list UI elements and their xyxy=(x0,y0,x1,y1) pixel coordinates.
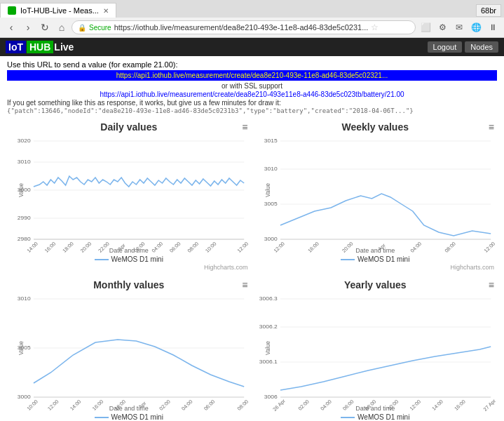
yearly-chart-title-row: Yearly values ≡ xyxy=(257,279,495,290)
weekly-chart-area: 3015 3010 3005 3000 Value 12:00 16:00 20… xyxy=(257,134,495,246)
header-buttons: Logout Nodes xyxy=(428,41,498,53)
weekly-legend: WeMOS D1 mini xyxy=(257,255,495,263)
svg-text:3006.3: 3006.3 xyxy=(259,295,277,302)
url-bar[interactable]: 🔒 Secure https://iothub.live/measurement… xyxy=(71,20,416,34)
app-header: IoT HUB Live Logout Nodes xyxy=(0,38,504,56)
charts-grid: Daily values ≡ 3020 3010 3000 2990 2980 … xyxy=(7,119,497,421)
tab-close-btn[interactable]: ✕ xyxy=(103,7,109,15)
tab-bar: IoT-HUB-Live - Meas... ✕ 68br xyxy=(0,0,504,18)
svg-text:3006: 3006 xyxy=(264,394,277,400)
svg-text:3015: 3015 xyxy=(264,138,277,144)
monthly-chart-title: Monthly values xyxy=(93,279,164,290)
weekly-chart-title: Weekly values xyxy=(342,121,409,133)
ssl-note: or with SSL support xyxy=(7,82,497,90)
nav-icons: ⬜ ⚙ ✉ 🌐 ⏸ xyxy=(418,20,500,34)
daily-chart-svg: 3020 3010 3000 2990 2980 Value xyxy=(10,134,248,246)
yearly-legend-line xyxy=(341,417,355,418)
svg-text:Value: Value xyxy=(18,341,25,355)
monthly-chart-area: 3010 3005 3000 Value 10:00 12:00 14:00 1… xyxy=(10,292,248,404)
monthly-chart-svg: 3010 3005 3000 Value 10:00 12:00 14:00 1… xyxy=(10,292,248,404)
yearly-chart-area: 3006.3 3006.2 3006.1 3006 Value 26 Apr 0… xyxy=(257,292,495,404)
daily-chart-title-row: Daily values ≡ xyxy=(10,121,248,133)
logout-button[interactable]: Logout xyxy=(428,41,463,53)
extension-icon-2[interactable]: ⚙ xyxy=(435,20,449,34)
url-text: https://iothub.live/measurement/dea8e210… xyxy=(114,23,369,32)
svg-text:3010: 3010 xyxy=(18,159,31,165)
secure-label: Secure xyxy=(89,24,111,32)
monthly-chart-container: Monthly values ≡ 3010 3005 3000 Value 10… xyxy=(7,276,251,421)
yearly-legend-text: WeMOS D1 mini xyxy=(357,413,409,421)
svg-text:Value: Value xyxy=(264,183,271,197)
extension-icon-4[interactable]: 🌐 xyxy=(469,20,483,34)
weekly-legend-line xyxy=(341,259,355,260)
svg-text:Value: Value xyxy=(264,341,271,355)
daily-chart-title: Daily values xyxy=(100,121,157,133)
ssl-url: https://api1.iothub.live/measurement/cre… xyxy=(7,91,497,98)
api-url-text: https://api1.iothub.live/measurement/cre… xyxy=(116,72,388,79)
response-example: {"patch":13646,"nodeId":"dea8e210-493e-1… xyxy=(7,107,497,114)
weekly-x-label: Date and time xyxy=(257,247,495,254)
daily-highcharts-credit: Highcharts.com xyxy=(10,264,248,271)
svg-text:Value: Value xyxy=(18,183,25,197)
daily-chart-area: 3020 3010 3000 2990 2980 Value xyxy=(10,134,248,246)
nav-bar: ‹ › ↻ ⌂ 🔒 Secure https://iothub.live/mea… xyxy=(0,18,504,37)
forward-button[interactable]: › xyxy=(21,20,35,34)
yearly-chart-title: Yearly values xyxy=(344,279,407,290)
monthly-chart-menu-icon[interactable]: ≡ xyxy=(242,279,247,290)
svg-text:2990: 2990 xyxy=(18,215,31,221)
reload-button[interactable]: ↻ xyxy=(38,20,52,34)
daily-legend: WeMOS D1 mini xyxy=(10,255,248,263)
back-button[interactable]: ‹ xyxy=(4,20,18,34)
daily-chart-menu-icon[interactable]: ≡ xyxy=(242,121,247,133)
svg-text:3020: 3020 xyxy=(18,138,31,144)
tab-title: IoT-HUB-Live - Meas... xyxy=(20,6,99,15)
weekly-chart-title-row: Weekly values ≡ xyxy=(257,121,495,133)
page-content: Use this URL to send a value (for exampl… xyxy=(0,56,504,421)
bookmark-icon[interactable]: ☆ xyxy=(371,22,379,32)
url-instruction: Use this URL to send a value (for exampl… xyxy=(7,60,497,69)
svg-text:3000: 3000 xyxy=(18,394,31,400)
logo-hub: HUB xyxy=(27,41,53,53)
logo-live: Live xyxy=(54,41,74,53)
svg-text:3005: 3005 xyxy=(264,201,277,207)
weekly-highcharts-credit: Highcharts.com xyxy=(257,264,495,271)
daily-chart-container: Daily values ≡ 3020 3010 3000 2990 2980 … xyxy=(7,119,251,274)
weekly-chart-container: Weekly values ≡ 3015 3010 3005 3000 Valu… xyxy=(254,119,498,274)
svg-text:3006.2: 3006.2 xyxy=(259,323,277,330)
monthly-legend: WeMOS D1 mini xyxy=(10,413,248,421)
yearly-chart-menu-icon[interactable]: ≡ xyxy=(489,279,494,290)
weekly-chart-menu-icon[interactable]: ≡ xyxy=(489,121,494,133)
daily-legend-line xyxy=(95,259,109,260)
home-button[interactable]: ⌂ xyxy=(55,20,69,34)
weekly-legend-text: WeMOS D1 mini xyxy=(357,255,409,263)
browser-chrome: IoT-HUB-Live - Meas... ✕ 68br ‹ › ↻ ⌂ 🔒 … xyxy=(0,0,504,38)
zoom-indicator: 68br xyxy=(476,4,501,17)
nodes-button[interactable]: Nodes xyxy=(465,41,498,53)
svg-text:3010: 3010 xyxy=(264,166,277,172)
daily-legend-text: WeMOS D1 mini xyxy=(111,255,163,263)
extension-icon-1[interactable]: ⬜ xyxy=(418,20,433,34)
svg-text:3006.1: 3006.1 xyxy=(259,359,277,365)
extension-icon-5[interactable]: ⏸ xyxy=(486,20,500,34)
extension-icon-3[interactable]: ✉ xyxy=(452,20,466,34)
monthly-legend-line xyxy=(95,417,109,418)
tab-favicon xyxy=(8,6,16,15)
svg-text:2980: 2980 xyxy=(18,236,31,242)
monthly-legend-text: WeMOS D1 mini xyxy=(111,413,163,421)
yearly-legend: WeMOS D1 mini xyxy=(257,413,495,421)
svg-text:3000: 3000 xyxy=(264,236,277,242)
api-url-box[interactable]: https://api1.iothub.live/measurement/cre… xyxy=(7,70,497,81)
svg-text:3010: 3010 xyxy=(18,295,31,302)
logo: IoT HUB Live xyxy=(6,41,74,53)
active-tab[interactable]: IoT-HUB-Live - Meas... ✕ xyxy=(0,3,116,18)
yearly-chart-container: Yearly values ≡ 3006.3 3006.2 3006.1 300… xyxy=(254,276,498,421)
yearly-chart-svg: 3006.3 3006.2 3006.1 3006 Value 26 Apr 0… xyxy=(257,292,495,404)
logo-iot: IoT xyxy=(6,41,26,53)
response-note: If you get something like this as respon… xyxy=(7,99,497,107)
monthly-chart-title-row: Monthly values ≡ xyxy=(10,279,248,290)
secure-icon: 🔒 xyxy=(78,24,86,32)
weekly-chart-svg: 3015 3010 3005 3000 Value 12:00 16:00 20… xyxy=(257,134,495,246)
